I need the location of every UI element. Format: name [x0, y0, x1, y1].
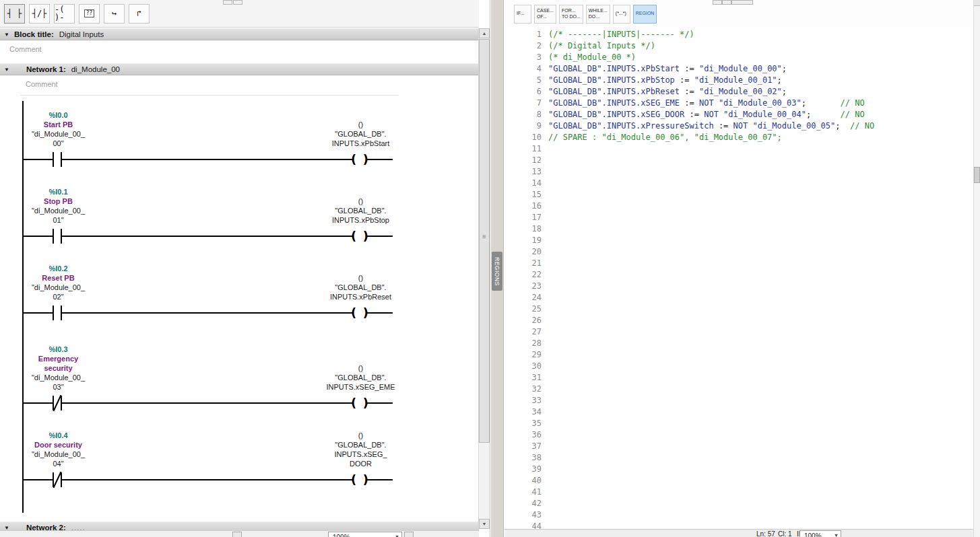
collapse-triangle-icon[interactable]: ▼	[4, 32, 9, 38]
no-contact-symbol[interactable]	[51, 151, 64, 168]
network1-header[interactable]: ▼ Network 1: di_Module_00	[0, 63, 479, 75]
contact-label-block[interactable]: %I0.4Door security"di_Module_00_04"	[9, 431, 107, 468]
block-comment-field[interactable]: Comment	[0, 41, 479, 63]
no-contact-symbol[interactable]	[51, 305, 64, 321]
insert-region-button[interactable]: REGION	[633, 5, 657, 24]
code-line[interactable]: 24	[504, 292, 973, 303]
code-line[interactable]: 19	[504, 235, 973, 246]
code-line[interactable]: 30	[504, 361, 973, 372]
insert-empty-box-button[interactable]: ??	[79, 4, 100, 24]
code-line[interactable]: 13	[504, 166, 973, 178]
scrollbar-fragment[interactable]	[722, 0, 731, 5]
code-line[interactable]: 38	[504, 452, 973, 464]
code-line[interactable]: 40	[504, 475, 973, 487]
code-line[interactable]: 33	[504, 395, 973, 406]
code-line[interactable]: 15	[504, 189, 973, 201]
scrollbar-fragment[interactable]	[731, 0, 753, 5]
code-line[interactable]: 36	[504, 429, 973, 441]
code-line[interactable]: 27	[504, 326, 973, 338]
code-line[interactable]: 7"GLOBAL_DB".INPUTS.xSEG_EME := NOT "di_…	[504, 98, 973, 109]
coil-symbol[interactable]: ()	[348, 227, 371, 245]
coil-symbol[interactable]: ()	[348, 394, 371, 412]
code-line[interactable]: 39	[504, 464, 973, 475]
code-line[interactable]: 23	[504, 281, 973, 292]
code-line[interactable]: 29	[504, 349, 973, 361]
code-line[interactable]: 43	[504, 509, 973, 521]
code-line[interactable]: 37	[504, 441, 973, 452]
scrollbar-fragment[interactable]	[223, 0, 232, 5]
scrollbar-thumb[interactable]: ≡	[479, 39, 490, 443]
block-title-value[interactable]: Digital Inputs	[59, 30, 104, 38]
code-line[interactable]: 32	[504, 384, 973, 395]
code-line[interactable]: 5"GLOBAL_DB".INPUTS.xPbStop := "di_Modul…	[504, 75, 973, 86]
ladder-rung[interactable]: %I0.0Start PB"di_Module_00_00"()"GLOBAL_…	[0, 96, 438, 168]
code-line[interactable]: 28	[504, 338, 973, 349]
coil-label-block[interactable]: ()"GLOBAL_DB".INPUTS.xPbStart	[315, 120, 406, 148]
network1-title[interactable]: di_Module_00	[71, 65, 120, 73]
code-line[interactable]: 11	[504, 143, 973, 155]
code-line[interactable]: 14	[504, 178, 973, 189]
insert-comment-button[interactable]: (*...*)	[613, 5, 630, 24]
block-title-row[interactable]: ▼ Block title: Digital Inputs	[0, 28, 479, 40]
code-line[interactable]: 44	[504, 521, 973, 529]
scl-vertical-scrollbar[interactable]	[973, 0, 980, 537]
code-line[interactable]: 10// SPARE : "di_Module_00_06", "di_Modu…	[504, 132, 973, 143]
contact-label-block[interactable]: %I0.3Emergencysecurity"di_Module_00_03"	[9, 345, 107, 392]
code-line[interactable]: 20	[504, 246, 973, 258]
contact-label-block[interactable]: %I0.0Start PB"di_Module_00_00"	[9, 110, 107, 148]
lad-vertical-scrollbar[interactable]: ▲ ≡ ▼	[478, 28, 490, 529]
scl-code-area[interactable]: 1(/* -------|INPUTS|------- */)2(/* Digi…	[504, 27, 973, 529]
code-line[interactable]: 1(/* -------|INPUTS|------- */)	[504, 29, 973, 40]
coil-label-block[interactable]: ()"GLOBAL_DB".INPUTS.xPbReset	[315, 273, 406, 301]
scrollbar-fragment[interactable]	[233, 0, 242, 5]
lad-zoom-select[interactable]: 100% ▼	[328, 532, 402, 537]
code-line[interactable]: 17	[504, 212, 973, 223]
coil-symbol[interactable]: ()	[348, 151, 371, 168]
scrollbar-fragment[interactable]	[713, 0, 722, 5]
insert-nc-contact-button[interactable]: ┤/├	[29, 4, 50, 24]
ladder-rung[interactable]: %I0.4Door security"di_Module_00_04"()"GL…	[0, 412, 438, 489]
nc-contact-symbol[interactable]	[51, 472, 64, 488]
code-line[interactable]: 4"GLOBAL_DB".INPUTS.xPbStart := "di_Modu…	[504, 63, 973, 75]
insert-if-button[interactable]: IF...	[514, 5, 531, 24]
code-line[interactable]: 34	[504, 406, 973, 418]
code-line[interactable]: 22	[504, 269, 973, 281]
code-line[interactable]: 31	[504, 372, 973, 384]
code-line[interactable]: 26	[504, 315, 973, 326]
code-line[interactable]: 41	[504, 487, 973, 498]
code-line[interactable]: 9"GLOBAL_DB".INPUTS.xPressureSwitch := N…	[504, 120, 973, 132]
scroll-left-button[interactable]	[232, 532, 242, 537]
insert-case-button[interactable]: CASE...OF...	[534, 5, 556, 24]
code-line[interactable]: 42	[504, 498, 973, 509]
scroll-right-button[interactable]	[404, 532, 414, 537]
contact-label-block[interactable]: %I0.1Stop PB"di_Module_00_01"	[9, 187, 107, 225]
ladder-rung[interactable]: %I0.2Reset PB"di_Module_00_02"()"GLOBAL_…	[0, 245, 438, 322]
ladder-workspace[interactable]: %I0.0Start PB"di_Module_00_00"()"GLOBAL_…	[0, 96, 479, 522]
coil-label-block[interactable]: ()"GLOBAL_DB".INPUTS.xSEG_EME	[315, 363, 406, 392]
scroll-up-button[interactable]: ▲	[479, 28, 490, 38]
scrollbar-thumb[interactable]	[974, 167, 980, 183]
panel-divider[interactable]: REGIONS	[491, 0, 504, 537]
contact-label-block[interactable]: %I0.2Reset PB"di_Module_00_02"	[9, 264, 107, 301]
regions-tab[interactable]: REGIONS	[492, 252, 502, 291]
code-line[interactable]: 35	[504, 418, 973, 429]
code-line[interactable]: 25	[504, 303, 973, 315]
open-branch-button[interactable]: ↪	[104, 4, 125, 24]
scroll-up-button[interactable]	[974, 0, 980, 6]
insert-while-button[interactable]: WHILE...DO...	[586, 5, 610, 24]
code-line[interactable]: 16	[504, 201, 973, 212]
insert-coil-button[interactable]: -( )-	[54, 4, 75, 24]
code-line[interactable]: 2(/* Digital Inputs */)	[504, 40, 973, 52]
scl-zoom-select[interactable]: 100% ▼	[799, 530, 841, 537]
code-line[interactable]: 18	[504, 223, 973, 235]
close-branch-button[interactable]: ↱	[129, 4, 150, 24]
code-line[interactable]: 6"GLOBAL_DB".INPUTS.xPbReset := "di_Modu…	[504, 86, 973, 98]
code-line[interactable]: 8"GLOBAL_DB".INPUTS.xSEG_DOOR := NOT "di…	[504, 109, 973, 120]
network1-comment-field[interactable]: Comment	[0, 76, 479, 96]
ladder-rung[interactable]: %I0.1Stop PB"di_Module_00_01"()"GLOBAL_D…	[0, 168, 438, 245]
collapse-triangle-icon[interactable]: ▼	[4, 67, 9, 73]
insert-no-contact-button[interactable]: ┤ ├	[4, 4, 25, 24]
ladder-rung[interactable]: %I0.3Emergencysecurity"di_Module_00_03"(…	[0, 322, 438, 412]
no-contact-symbol[interactable]	[51, 228, 64, 244]
code-line[interactable]: 3(* di_Module_00 *)	[504, 52, 973, 63]
